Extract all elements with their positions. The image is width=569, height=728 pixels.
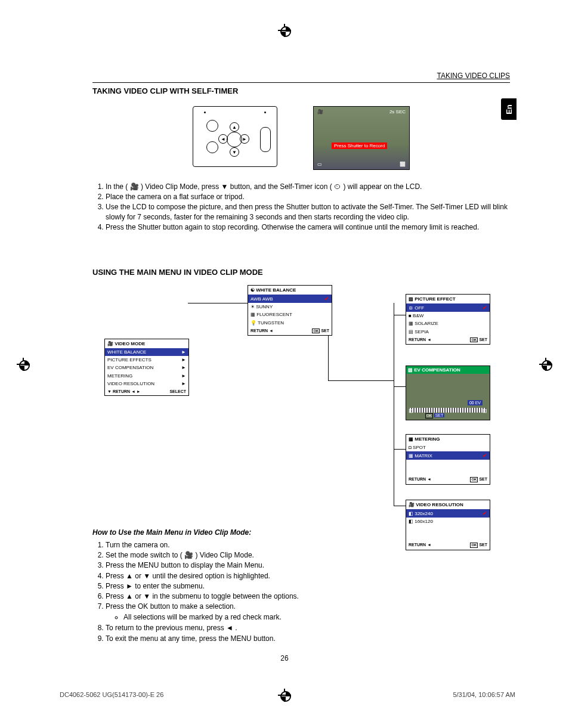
- list-item-bullet: All selections will be marked by a red c…: [123, 612, 510, 622]
- battery-icon: ▭: [317, 162, 322, 167]
- metering-icon: ▦: [409, 436, 413, 442]
- video-mode-icon: 🎥: [317, 109, 323, 114]
- list-item: Press the MENU button to display the Mai…: [106, 560, 510, 570]
- resolution-icon: 🎥: [409, 502, 415, 507]
- page-number: 26: [0, 654, 569, 662]
- list-item: Press the Shutter button again to stop r…: [106, 222, 510, 232]
- page-title-2: USING THE MAIN MENU IN VIDEO CLIP MODE: [92, 268, 510, 277]
- page-content: TAKING VIDEO CLIPS TAKING VIDEO CLIP WIT…: [92, 72, 510, 644]
- lcd-preview: 🎥 2s SEC Press Shutter to Record ▭ ⬜: [313, 106, 410, 170]
- white-balance-menu: ☯ WHITE BALANCE AWB AWB✔ ☀ SUNNY ▦ FLUOR…: [248, 285, 332, 336]
- print-footer: DC4062-5062 UG(514173-00)-E 26 5/31/04, …: [60, 691, 515, 698]
- timer-label: 2s SEC: [389, 109, 406, 114]
- list-item: Press ▲ or ▼ until the desired option is…: [106, 571, 510, 581]
- lcd-banner: Press Shutter to Record: [332, 142, 387, 149]
- rule: [92, 82, 510, 83]
- list-item: Place the camera on a flat surface or tr…: [106, 192, 510, 202]
- video-icon: 🎥: [107, 341, 113, 346]
- list-item: In the ( 🎥 ) Video Clip Mode, press ▼ bu…: [106, 182, 510, 191]
- print-registration-right: [539, 358, 552, 371]
- footer-left: DC4062-5062 UG(514173-00)-E 26: [60, 691, 163, 698]
- video-resolution-menu: 🎥 VIDEO RESOLUTION ◧ 320x240✔ ◧ 160x120 …: [406, 500, 490, 550]
- ev-compensation-panel: ▨ EV COMPENSATION 00 EV OK SET ⊟ ⊞: [406, 365, 490, 420]
- list-item: Use the LCD to compose the picture, and …: [106, 202, 510, 221]
- list-item: Press the OK button to make a selection.…: [106, 602, 510, 622]
- print-registration-top: [278, 24, 291, 37]
- picture-effect-menu: ▨ PICTURE EFFECT ⦻ OFF✔ ■ B&W ▦ SOLARIZE…: [406, 294, 490, 345]
- figure-row: ▲ ▼ ◄ ► 🎥 2s SEC Press Shutter to Record…: [92, 106, 510, 170]
- wb-icon: ☯: [251, 287, 255, 293]
- video-mode-menu: 🎥 VIDEO MODE WHITE BALANCE► PICTURE EFFE…: [104, 339, 189, 396]
- list-item: Set the mode switch to ( 🎥 ) Video Clip …: [106, 550, 510, 560]
- menu-layout-diagram: 🎥 VIDEO MODE WHITE BALANCE► PICTURE EFFE…: [92, 285, 510, 518]
- page-title-1: TAKING VIDEO CLIP WITH SELF-TIMER: [92, 86, 510, 95]
- howto-steps: Turn the camera on. Set the mode switch …: [92, 540, 510, 643]
- footer-right: 5/31/04, 10:06:57 AM: [453, 691, 515, 698]
- list-item: To exit the menu at any time, press the …: [106, 634, 510, 643]
- camera-back-illustration: ▲ ▼ ◄ ►: [193, 106, 277, 167]
- list-item: Press ► to enter the submenu.: [106, 581, 510, 591]
- list-item: Press ▲ or ▼ in the submenu to toggle be…: [106, 591, 510, 601]
- self-timer-steps: In the ( 🎥 ) Video Clip Mode, press ▼ bu…: [92, 182, 510, 232]
- effect-icon: ▨: [409, 296, 413, 302]
- stop-icon: ⬜: [400, 162, 406, 167]
- print-registration-left: [17, 358, 30, 371]
- metering-menu: ▦ METERING ◘ SPOT ▦ MATRIX✔ RETURN ◄OK S…: [406, 434, 490, 485]
- section-header: TAKING VIDEO CLIPS: [92, 72, 510, 80]
- list-item: To return to the previous menu, press ◄ …: [106, 623, 510, 633]
